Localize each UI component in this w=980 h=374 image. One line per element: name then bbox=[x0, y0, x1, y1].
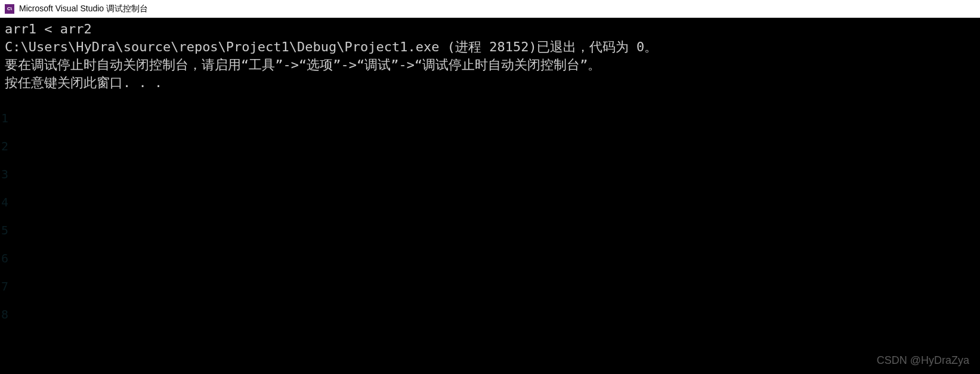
watermark: CSDN @HyDraZya bbox=[877, 354, 969, 367]
line-number: 7 bbox=[0, 273, 8, 301]
console-output-line: 按任意键关闭此窗口. . . bbox=[0, 74, 980, 92]
console-output-line: 要在调试停止时自动关闭控制台，请启用“工具”->“选项”->“调试”->“调试停… bbox=[0, 56, 980, 74]
line-number: 2 bbox=[0, 132, 8, 160]
line-number: 3 bbox=[0, 160, 8, 188]
title-bar[interactable]: C\ Microsoft Visual Studio 调试控制台 bbox=[0, 0, 980, 18]
console-area[interactable]: arr1 < arr2 C:\Users\HyDra\source\repos\… bbox=[0, 18, 980, 374]
line-number: 5 bbox=[0, 217, 8, 245]
vs-icon-text: C\ bbox=[7, 6, 12, 11]
line-number: 8 bbox=[0, 301, 8, 329]
window-title: Microsoft Visual Studio 调试控制台 bbox=[19, 4, 148, 14]
line-number: 4 bbox=[0, 188, 8, 217]
vs-app-icon: C\ bbox=[5, 4, 14, 14]
line-number: 6 bbox=[0, 245, 8, 273]
console-output-line: C:\Users\HyDra\source\repos\Project1\Deb… bbox=[0, 38, 980, 56]
line-number: 1 bbox=[0, 104, 8, 132]
background-line-numbers: 1 2 3 4 5 6 7 8 bbox=[0, 104, 8, 329]
console-output-line: arr1 < arr2 bbox=[0, 20, 980, 38]
